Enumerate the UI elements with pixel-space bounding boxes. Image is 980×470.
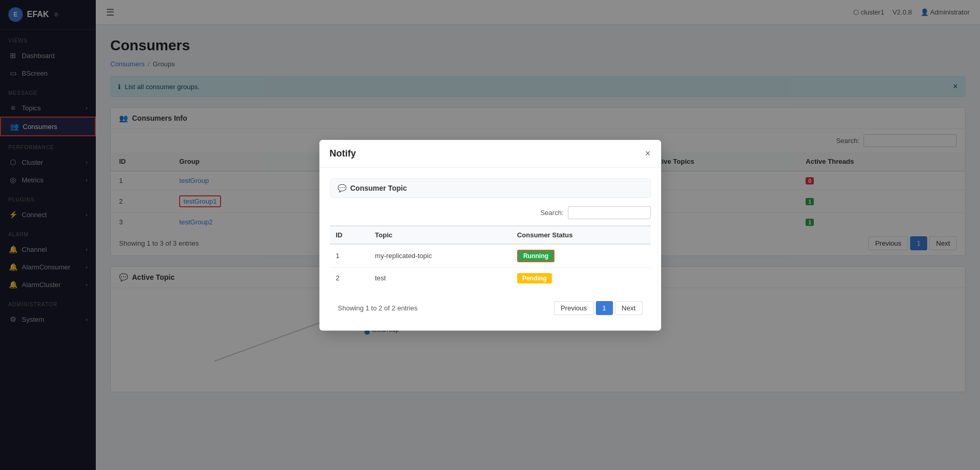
modal-cell-id: 2 bbox=[330, 267, 369, 289]
modal-search-input[interactable] bbox=[568, 206, 651, 219]
modal-overlay: Notify × 💬 Consumer Topic Search: ID Top… bbox=[0, 0, 980, 470]
modal-header: Notify × bbox=[319, 140, 661, 168]
status-badge: Running bbox=[517, 250, 555, 262]
modal-search-row: Search: bbox=[330, 206, 651, 219]
modal-section-label: Consumer Topic bbox=[350, 184, 407, 192]
modal-section-icon: 💬 bbox=[338, 184, 346, 192]
modal-cell-topic: test bbox=[369, 267, 510, 289]
modal-prev-button[interactable]: Previous bbox=[554, 301, 594, 315]
modal-close-button[interactable]: × bbox=[645, 149, 651, 158]
modal-cell-status: Pending bbox=[511, 267, 651, 289]
modal-table-row: 1my-replicated-topicRunning bbox=[330, 244, 651, 268]
modal-table-row: 2testPending bbox=[330, 267, 651, 289]
modal-page-1-button[interactable]: 1 bbox=[596, 301, 613, 315]
modal-section-header: 💬 Consumer Topic bbox=[330, 178, 651, 198]
modal-cell-id: 1 bbox=[330, 244, 369, 268]
modal-col-status: Consumer Status bbox=[511, 226, 651, 244]
modal-showing-text: Showing 1 to 2 of 2 entries bbox=[338, 304, 418, 312]
notify-modal: Notify × 💬 Consumer Topic Search: ID Top… bbox=[319, 140, 661, 331]
modal-cell-topic: my-replicated-topic bbox=[369, 244, 510, 268]
modal-pagination: Showing 1 to 2 of 2 entries Previous 1 N… bbox=[330, 296, 651, 320]
modal-pagination-controls: Previous 1 Next bbox=[554, 301, 642, 315]
modal-next-button[interactable]: Next bbox=[615, 301, 642, 315]
modal-body: 💬 Consumer Topic Search: ID Topic Consum… bbox=[319, 168, 661, 331]
modal-col-id: ID bbox=[330, 226, 369, 244]
modal-search-label: Search: bbox=[540, 209, 564, 217]
modal-cell-status: Running bbox=[511, 244, 651, 268]
modal-title: Notify bbox=[330, 148, 356, 159]
modal-table: ID Topic Consumer Status 1my-replicated-… bbox=[330, 225, 651, 289]
modal-col-topic: Topic bbox=[369, 226, 510, 244]
status-badge: Pending bbox=[517, 273, 552, 283]
